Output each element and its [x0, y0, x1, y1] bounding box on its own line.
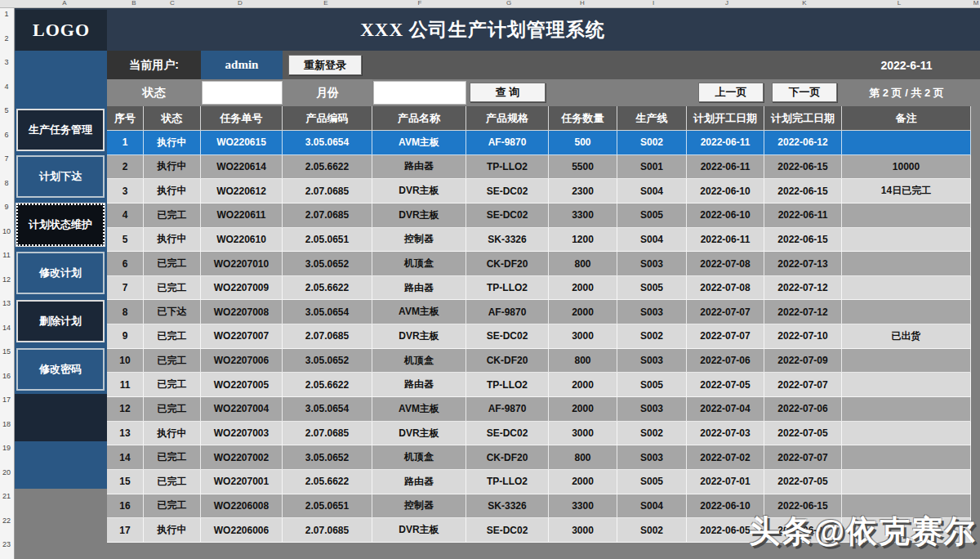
table-cell[interactable]: 2022-06-15 [764, 228, 842, 253]
table-cell[interactable]: 2022-06-11 [687, 155, 764, 180]
table-cell[interactable]: 3.05.0652 [283, 349, 372, 373]
table-cell[interactable]: 3.05.0652 [283, 445, 372, 470]
table-cell[interactable]: WO2207004 [201, 397, 283, 422]
table-cell[interactable]: S001 [617, 155, 687, 180]
row-number[interactable]: 10 [0, 227, 13, 235]
row-number[interactable]: 22 [0, 517, 13, 525]
table-cell[interactable]: 2.05.6622 [283, 470, 372, 494]
table-header-cell[interactable]: 计划开工日期 [687, 106, 764, 131]
table-cell[interactable]: DVR主板 [372, 203, 466, 228]
table-cell[interactable]: 2022-06-15 [764, 155, 842, 180]
table-cell[interactable]: 5 [107, 228, 144, 253]
table-cell[interactable]: 2300 [549, 179, 617, 203]
table-cell[interactable]: 2022-06-11 [764, 203, 842, 228]
relogin-button[interactable]: 重新登录 [288, 55, 362, 75]
table-cell[interactable]: SE-DC02 [466, 422, 549, 446]
table-cell[interactable]: AVM主板 [372, 131, 466, 155]
table-cell[interactable]: 2.07.0685 [283, 179, 372, 203]
table-cell[interactable]: 3000 [549, 518, 617, 543]
row-number[interactable]: 5 [0, 106, 13, 114]
column-letter[interactable]: K [802, 0, 806, 7]
table-cell[interactable]: 3.05.0654 [283, 300, 372, 324]
row-number[interactable]: 12 [0, 275, 13, 284]
table-cell[interactable]: WO220610 [201, 228, 283, 253]
column-letter[interactable]: M [973, 0, 979, 7]
table-cell[interactable]: 15 [107, 470, 144, 494]
table-cell[interactable]: 机顶盒 [372, 252, 466, 276]
table-cell[interactable]: 2022-07-10 [764, 324, 842, 349]
table-header-cell[interactable]: 计划完工日期 [764, 106, 842, 131]
table-cell[interactable]: 6 [107, 252, 144, 276]
table-cell[interactable]: WO220614 [201, 155, 283, 180]
table-cell[interactable]: TP-LLO2 [466, 373, 549, 397]
table-cell[interactable]: S003 [617, 252, 687, 276]
table-cell[interactable]: 2.05.6622 [283, 276, 372, 301]
row-number[interactable]: 2 [0, 34, 13, 42]
table-cell[interactable]: 800 [549, 349, 617, 373]
table-cell[interactable]: S005 [617, 276, 687, 301]
table-cell[interactable]: S002 [617, 324, 687, 349]
table-cell[interactable]: 2022-07-08 [687, 252, 764, 276]
table-cell[interactable]: 12 [107, 397, 144, 422]
table-cell[interactable]: DVR主板 [372, 422, 466, 446]
table-cell[interactable]: WO2206006 [201, 518, 283, 543]
table-cell[interactable] [842, 422, 971, 446]
table-cell[interactable]: 已完工 [144, 324, 201, 349]
table-cell[interactable] [842, 228, 971, 253]
table-cell[interactable]: 2.07.0685 [283, 422, 372, 446]
table-cell[interactable]: 2000 [549, 276, 617, 301]
column-letter[interactable]: A [62, 0, 66, 7]
table-cell[interactable]: 执行中 [144, 422, 201, 446]
table-cell[interactable]: WO2207008 [201, 300, 283, 324]
row-number[interactable]: 21 [0, 492, 13, 500]
table-cell[interactable] [842, 397, 971, 422]
column-letter[interactable]: J [725, 0, 728, 7]
table-cell[interactable]: DVR主板 [372, 518, 466, 543]
table-cell[interactable]: 已完工 [144, 373, 201, 397]
table-cell[interactable]: 2.05.0651 [283, 494, 372, 519]
table-cell[interactable]: WO2206008 [201, 494, 283, 519]
table-cell[interactable]: WO220612 [201, 179, 283, 203]
table-cell[interactable]: 已完工 [144, 397, 201, 422]
table-cell[interactable]: 2.05.6622 [283, 155, 372, 180]
table-cell[interactable] [842, 470, 971, 494]
excel-row-number-gutter[interactable]: 1234567891011121314151617181920212223 [0, 8, 15, 559]
column-letter[interactable]: H [580, 0, 585, 7]
table-cell[interactable]: 执行中 [144, 518, 201, 543]
row-number[interactable]: 18 [0, 420, 13, 428]
row-number[interactable]: 14 [0, 324, 13, 332]
table-cell[interactable]: 已完工 [144, 494, 201, 519]
table-cell[interactable]: WO2207002 [201, 445, 283, 470]
table-cell[interactable]: 2.07.0685 [283, 518, 372, 543]
table-cell[interactable]: SE-DC02 [466, 324, 549, 349]
table-cell[interactable]: 2022-07-07 [764, 445, 842, 470]
table-cell[interactable]: 已完工 [144, 349, 201, 373]
row-number[interactable]: 23 [0, 540, 13, 548]
table-cell[interactable]: 2022-07-13 [764, 252, 842, 276]
table-cell[interactable]: 7 [107, 276, 144, 301]
table-cell[interactable]: 已完工 [144, 276, 201, 301]
row-number[interactable]: 13 [0, 299, 13, 307]
table-cell[interactable]: 500 [549, 131, 617, 155]
table-cell[interactable]: S005 [617, 373, 687, 397]
table-cell[interactable]: 控制器 [372, 494, 466, 519]
column-letter[interactable]: D [238, 0, 243, 7]
table-cell[interactable]: 1200 [549, 228, 617, 253]
table-cell[interactable]: 2000 [549, 300, 617, 324]
table-header-cell[interactable]: 产品名称 [372, 106, 466, 131]
table-cell[interactable]: 3000 [549, 422, 617, 446]
table-header-cell[interactable]: 产品编码 [283, 106, 372, 131]
table-cell[interactable]: 2000 [549, 470, 617, 494]
table-cell[interactable]: 14日已完工 [842, 179, 971, 203]
row-number[interactable]: 19 [0, 444, 13, 452]
row-number[interactable]: 7 [0, 154, 13, 163]
table-cell[interactable]: 2022-07-12 [764, 276, 842, 301]
next-page-button[interactable]: 下一页 [772, 83, 837, 102]
table-header-cell[interactable]: 状态 [144, 106, 201, 131]
table-cell[interactable]: 2022-06-10 [687, 179, 764, 203]
row-number[interactable]: 4 [0, 83, 13, 91]
table-cell[interactable]: 2022-07-06 [764, 397, 842, 422]
table-cell[interactable]: TP-LLO2 [466, 155, 549, 180]
table-cell[interactable]: 2022-06-15 [764, 179, 842, 203]
table-cell[interactable]: S003 [617, 349, 687, 373]
